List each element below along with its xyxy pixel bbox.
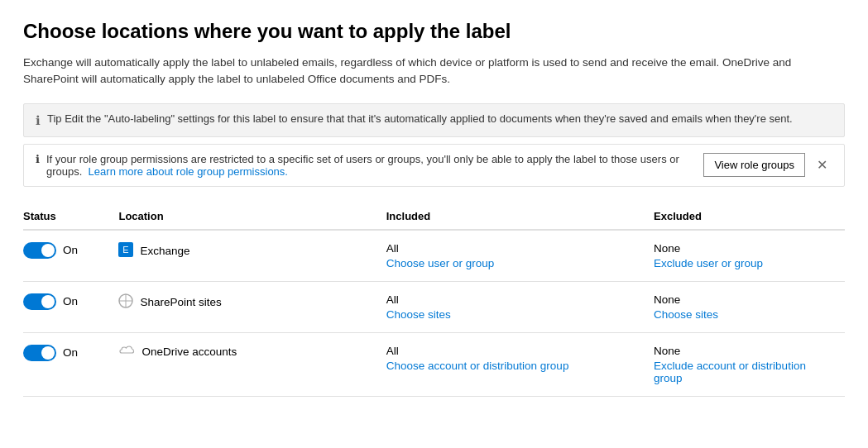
tip-box: ℹ Tip Edit the "Auto-labeling" settings …: [23, 103, 845, 137]
exchange-icon: E: [118, 242, 133, 260]
toggle-1[interactable]: [23, 293, 56, 310]
status-label-2: On: [63, 346, 78, 359]
onedrive-icon: [118, 345, 135, 360]
included-main-0: All: [386, 242, 644, 255]
role-notice-text: If your role group permissions are restr…: [46, 153, 687, 178]
info-icon-2: ℹ: [36, 153, 40, 165]
status-label-0: On: [63, 244, 78, 256]
table-row: On E Exchange All Choose user or group N…: [23, 230, 845, 282]
excluded-link-2[interactable]: Exclude account or distribution group: [654, 360, 835, 384]
view-role-groups-button[interactable]: View role groups: [703, 153, 805, 177]
location-cell-0: E Exchange: [118, 230, 386, 282]
excluded-main-0: None: [654, 242, 835, 255]
role-notice-box: ℹ If your role group permissions are res…: [23, 144, 845, 187]
locations-table: Status Location Included Excluded On E E…: [23, 203, 845, 397]
excluded-main-1: None: [654, 293, 835, 306]
col-header-excluded: Excluded: [654, 203, 845, 230]
col-header-included: Included: [386, 203, 654, 230]
excluded-link-0[interactable]: Exclude user or group: [654, 257, 835, 269]
page-description: Exchange will automatically apply the la…: [23, 55, 845, 88]
excluded-main-2: None: [654, 345, 835, 357]
excluded-cell-1: None Choose sites: [654, 281, 845, 332]
excluded-cell-0: None Exclude user or group: [654, 230, 845, 282]
status-cell-0: On: [23, 230, 118, 282]
page-title: Choose locations where you want to apply…: [23, 20, 845, 43]
close-role-notice-button[interactable]: ✕: [812, 155, 832, 174]
included-cell-2: All Choose account or distribution group: [386, 332, 654, 396]
included-link-0[interactable]: Choose user or group: [386, 257, 644, 269]
location-cell-1: SharePoint sites: [118, 281, 386, 332]
location-name-2: OneDrive accounts: [141, 346, 237, 358]
tip-text: Tip Edit the "Auto-labeling" settings fo…: [47, 112, 793, 125]
included-main-1: All: [386, 293, 644, 306]
sharepoint-icon: [118, 293, 133, 312]
status-cell-1: On: [23, 281, 118, 332]
status-label-1: On: [63, 295, 78, 307]
included-link-1[interactable]: Choose sites: [386, 308, 644, 321]
table-row: On OneDrive accounts All Choose account …: [23, 332, 845, 396]
col-header-status: Status: [23, 203, 118, 230]
role-notice-link[interactable]: Learn more about role group permissions.: [89, 165, 288, 178]
col-header-location: Location: [118, 203, 386, 230]
location-cell-2: OneDrive accounts: [118, 332, 386, 396]
toggle-2[interactable]: [23, 345, 56, 361]
info-icon: ℹ: [36, 113, 41, 128]
excluded-cell-2: None Exclude account or distribution gro…: [654, 332, 845, 396]
included-cell-0: All Choose user or group: [386, 230, 654, 282]
location-name-1: SharePoint sites: [140, 296, 221, 308]
included-link-2[interactable]: Choose account or distribution group: [386, 360, 644, 372]
status-cell-2: On: [23, 332, 118, 396]
included-main-2: All: [386, 345, 644, 357]
svg-text:E: E: [123, 245, 129, 255]
location-name-0: Exchange: [140, 245, 189, 257]
table-row: On SharePoint sites All Choose sites Non…: [23, 281, 845, 332]
toggle-0[interactable]: [23, 242, 56, 259]
excluded-link-1[interactable]: Choose sites: [654, 308, 835, 321]
included-cell-1: All Choose sites: [386, 281, 654, 332]
